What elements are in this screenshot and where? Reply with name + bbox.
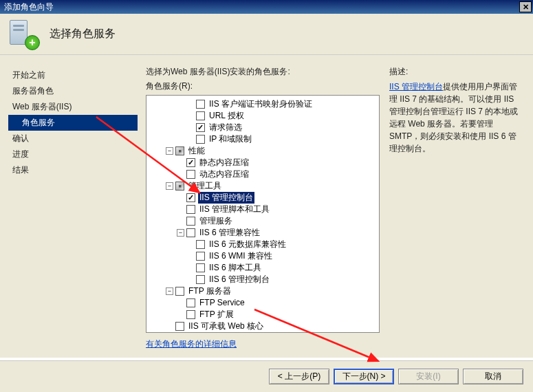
sidebar-step[interactable]: 角色服务 xyxy=(8,115,138,131)
tree-node[interactable]: 动态内容压缩 xyxy=(148,168,378,180)
sidebar-step[interactable]: 进度 xyxy=(8,146,138,162)
tree-node-label: 动态内容压缩 xyxy=(198,168,250,180)
cancel-button[interactable]: 取消 xyxy=(463,369,523,384)
checkbox[interactable] xyxy=(196,263,205,272)
tree-node[interactable]: FTP 扩展 xyxy=(148,309,378,320)
sidebar-step[interactable]: 服务器角色 xyxy=(8,83,138,99)
tree-node[interactable]: IIS 管理控制台 xyxy=(148,192,378,204)
tree-node-label: IIS 可承载 Web 核心 xyxy=(187,320,265,332)
wizard-header: + 选择角色服务 xyxy=(0,14,533,55)
tree-node-label: IIS 管理控制台 xyxy=(198,192,254,204)
checkbox[interactable] xyxy=(186,193,195,202)
tree-node-label: 静态内容压缩 xyxy=(198,157,250,168)
wizard-steps-sidebar: 开始之前服务器角色Web 服务器(IIS)角色服务确认进度结果 xyxy=(0,55,138,358)
collapse-icon[interactable]: − xyxy=(166,147,173,155)
page-title: 选择角色服务 xyxy=(50,27,116,41)
checkbox[interactable] xyxy=(196,111,205,120)
tree-node[interactable]: IIS 客户端证书映射身份验证 xyxy=(148,98,378,110)
tree-node-label: IIS 客户端证书映射身份验证 xyxy=(208,98,314,110)
sidebar-step[interactable]: 结果 xyxy=(8,162,138,178)
description-link[interactable]: IIS 管理控制台 xyxy=(389,82,443,91)
tree-node[interactable]: 请求筛选 xyxy=(148,122,378,133)
checkbox[interactable] xyxy=(186,228,195,237)
tree-node[interactable]: URL 授权 xyxy=(148,110,378,122)
checkbox[interactable] xyxy=(175,322,184,331)
tree-node[interactable]: 管理服务 xyxy=(148,215,378,227)
tree-node[interactable]: IIS 6 管理控制台 xyxy=(148,274,378,285)
wizard-footer: < 上一步(P) 下一步(N) > 安装(I) 取消 xyxy=(0,360,533,392)
tree-node-label: FTP Service xyxy=(198,297,246,309)
checkbox[interactable] xyxy=(186,205,195,214)
tree-node-label: IIS 6 WMI 兼容性 xyxy=(208,250,274,262)
tree-node-label: FTP 服务器 xyxy=(187,285,232,297)
tree-node[interactable]: −FTP 服务器 xyxy=(148,285,378,297)
tree-node[interactable]: IIS 6 脚本工具 xyxy=(148,262,378,274)
tree-node[interactable]: −IIS 6 管理兼容性 xyxy=(148,227,378,239)
collapse-icon[interactable]: − xyxy=(166,287,173,295)
tree-node[interactable]: IIS 6 元数据库兼容性 xyxy=(148,239,378,250)
close-button[interactable]: ✕ xyxy=(519,1,532,12)
tree-node[interactable]: −管理工具 xyxy=(148,180,378,192)
tree-node[interactable]: 静态内容压缩 xyxy=(148,157,378,168)
tree-node-label: IIS 6 管理兼容性 xyxy=(198,227,261,239)
checkbox[interactable] xyxy=(196,135,205,144)
tree-node-label: 管理工具 xyxy=(187,180,223,192)
description-label: 描述: xyxy=(389,66,523,78)
tree-node-label: FTP 扩展 xyxy=(198,309,235,320)
window-title: 添加角色向导 xyxy=(4,1,519,13)
wizard-icon: + xyxy=(10,20,39,49)
sidebar-step[interactable]: 确认 xyxy=(8,131,138,146)
role-services-tree[interactable]: IIS 客户端证书映射身份验证URL 授权请求筛选IP 和域限制−性能静态内容压… xyxy=(146,95,380,333)
checkbox[interactable] xyxy=(196,252,205,261)
more-info-link[interactable]: 有关角色服务的详细信息 xyxy=(146,338,380,350)
tree-node-label: IIS 6 脚本工具 xyxy=(208,262,263,274)
tree-node[interactable]: IP 和域限制 xyxy=(148,133,378,145)
checkbox[interactable] xyxy=(196,123,205,132)
tree-node-label: IIS 6 元数据库兼容性 xyxy=(208,239,287,250)
checkbox[interactable] xyxy=(196,100,205,109)
tree-node[interactable]: IIS 6 WMI 兼容性 xyxy=(148,250,378,262)
back-button[interactable]: < 上一步(P) xyxy=(269,369,329,384)
tree-node-label: IP 和域限制 xyxy=(208,133,253,145)
title-bar: 添加角色向导 ✕ xyxy=(0,0,533,14)
sidebar-step[interactable]: Web 服务器(IIS) xyxy=(8,99,138,115)
checkbox[interactable] xyxy=(196,275,205,284)
roles-panel-label: 角色服务(R): xyxy=(146,80,380,92)
tree-node-label: 请求筛选 xyxy=(208,122,243,133)
tree-node[interactable]: IIS 管理脚本和工具 xyxy=(148,204,378,215)
checkbox[interactable] xyxy=(175,182,184,190)
next-button[interactable]: 下一步(N) > xyxy=(334,369,394,384)
description-text: IIS 管理控制台提供使用用户界面管理 IIS 7 的基础结构。可以使用 IIS… xyxy=(389,80,523,155)
checkbox[interactable] xyxy=(186,298,195,307)
instruction-text: 选择为Web 服务器(IIS)安装的角色服务: xyxy=(146,66,380,78)
tree-node-label: IIS 管理脚本和工具 xyxy=(198,204,271,215)
tree-node[interactable]: FTP Service xyxy=(148,297,378,309)
collapse-icon[interactable]: − xyxy=(166,182,173,190)
checkbox[interactable] xyxy=(196,240,205,249)
description-body: 提供使用用户界面管理 IIS 7 的基础结构。可以使用 IIS 管理控制台管理运… xyxy=(389,82,518,153)
checkbox[interactable] xyxy=(175,146,184,155)
tree-node[interactable]: IIS 可承载 Web 核心 xyxy=(148,320,378,332)
tree-node-label: URL 授权 xyxy=(208,110,246,122)
checkbox[interactable] xyxy=(186,217,195,226)
checkbox[interactable] xyxy=(175,287,184,296)
tree-node[interactable]: −性能 xyxy=(148,145,378,157)
checkbox[interactable] xyxy=(186,170,195,179)
collapse-icon[interactable]: − xyxy=(177,229,184,237)
install-button[interactable]: 安装(I) xyxy=(398,369,459,384)
tree-node-label: IIS 6 管理控制台 xyxy=(208,274,271,285)
tree-node-label: 性能 xyxy=(187,145,206,157)
tree-node-label: 管理服务 xyxy=(198,215,234,227)
sidebar-step[interactable]: 开始之前 xyxy=(8,67,138,83)
checkbox[interactable] xyxy=(186,158,195,167)
checkbox[interactable] xyxy=(186,310,195,319)
